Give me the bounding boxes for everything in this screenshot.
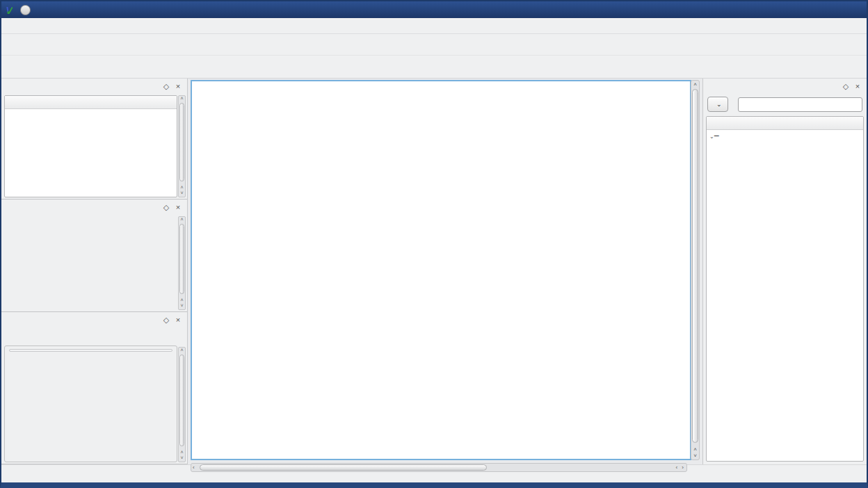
float-panel-icon[interactable]: ◇	[161, 316, 171, 325]
formatting-scrollbar[interactable]: ˄˄˅	[178, 347, 186, 462]
dataset-root-row[interactable]: ⌄–	[707, 130, 863, 140]
close-panel-icon[interactable]: ×	[173, 82, 183, 90]
formatting-panel: ◇ × ˄˄˅	[1, 312, 187, 464]
titlebar: V	[1, 1, 867, 18]
left-dock: ◇ × ˄˄˅ ◇	[1, 79, 188, 464]
widget-tree	[4, 95, 177, 197]
chevron-down-icon: ⌄	[716, 101, 722, 108]
float-panel-icon[interactable]: ◇	[841, 82, 851, 91]
window-menu-button[interactable]	[20, 5, 31, 15]
horizontal-scrollbar[interactable]: ‹‹ ›	[191, 463, 687, 472]
veusz-window: V ◇ ×	[0, 0, 868, 488]
properties-panel: ◇ × ˄˄˅	[1, 200, 187, 312]
formatting-section-label	[9, 349, 172, 352]
dataset-table: ⌄–	[706, 116, 864, 462]
plot-area: ˄˄˅ ‹‹ ›	[188, 79, 702, 464]
editing-panel: ◇ × ˄˄˅	[1, 79, 187, 200]
figure	[192, 81, 690, 459]
properties-scrollbar[interactable]: ˄˄˅	[178, 216, 186, 310]
formatting-tabs	[1, 327, 187, 345]
formatting-groupbox	[4, 345, 177, 462]
data-panel: ◇ × ⌄ ⌄–	[702, 79, 867, 464]
toolbar-widgets	[1, 56, 867, 79]
close-panel-icon[interactable]: ×	[853, 82, 862, 90]
close-panel-icon[interactable]: ×	[173, 316, 183, 324]
filter-input[interactable]	[738, 97, 862, 112]
vertical-scrollbar[interactable]: ˄˄˅	[691, 80, 700, 460]
veusz-logo-icon: V	[6, 4, 13, 16]
editing-scrollbar[interactable]: ˄˄˅	[178, 95, 186, 197]
close-panel-icon[interactable]: ×	[173, 203, 183, 211]
menubar	[1, 18, 867, 34]
toolbar-main	[1, 34, 867, 56]
plot-canvas[interactable]	[191, 80, 691, 460]
group-button[interactable]: ⌄	[707, 97, 728, 112]
float-panel-icon[interactable]: ◇	[161, 82, 171, 91]
float-panel-icon[interactable]: ◇	[161, 203, 171, 212]
